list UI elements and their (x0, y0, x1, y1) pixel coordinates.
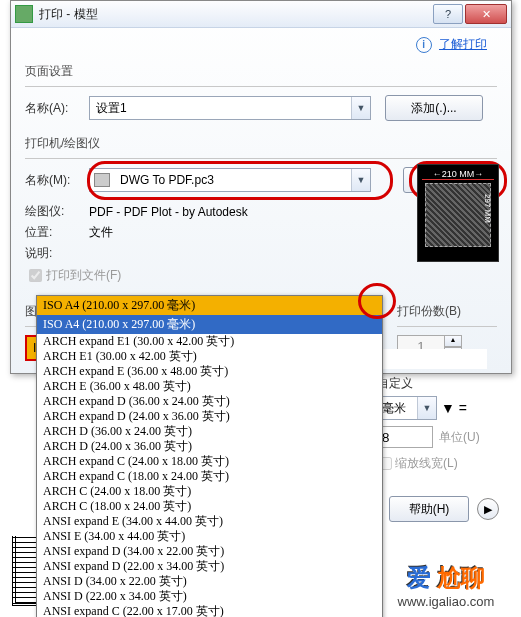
chevron-down-icon[interactable]: ▼ (351, 169, 370, 191)
paper-size-option[interactable]: ARCH D (36.00 x 24.00 英寸) (37, 424, 382, 439)
paper-size-dropdown[interactable]: ISO A4 (210.00 x 297.00 毫米)ISO A4 (210.0… (36, 295, 383, 617)
chevron-down-icon[interactable]: ▼ (351, 97, 370, 119)
learn-print-link[interactable]: 了解打印 (439, 37, 487, 51)
titlebar[interactable]: 打印 - 模型 ? ✕ (11, 1, 511, 28)
paper-size-option[interactable]: ANSI D (22.00 x 34.00 英寸) (37, 589, 382, 604)
paper-size-option[interactable]: ARCH expand D (24.00 x 36.00 英寸) (37, 409, 382, 424)
paper-size-option[interactable]: ANSI D (34.00 x 22.00 英寸) (37, 574, 382, 589)
printer-name-label: 名称(M): (25, 172, 89, 189)
paper-size-option[interactable]: ARCH expand E1 (30.00 x 42.00 英寸) (37, 334, 382, 349)
description-label: 说明: (25, 245, 89, 262)
paper-size-option[interactable]: ARCH expand D (36.00 x 24.00 英寸) (37, 394, 382, 409)
paper-size-option[interactable]: ARCH expand C (18.00 x 24.00 英寸) (37, 469, 382, 484)
paper-size-option[interactable]: ARCH C (24.00 x 18.00 英寸) (37, 484, 382, 499)
expand-arrow-icon[interactable]: ▶ (477, 498, 499, 520)
partial-field (377, 349, 487, 369)
watermark-logo: 爱 尬聊 www.igaliao.com (371, 562, 521, 609)
scale-lineweight-label: 缩放线宽(L) (395, 455, 458, 472)
paper-size-option[interactable]: ARCH expand E (36.00 x 48.00 英寸) (37, 364, 382, 379)
printer-group-label: 打印机/绘图仪 (25, 135, 497, 152)
location-value: 文件 (89, 224, 113, 241)
paper-size-option[interactable]: ANSI expand D (22.00 x 34.00 英寸) (37, 559, 382, 574)
paper-preview: ←210 MM→ 297 MM (417, 164, 499, 262)
equals-icon: ▼ = (441, 400, 467, 416)
paper-size-option[interactable]: ARCH D (24.00 x 36.00 英寸) (37, 439, 382, 454)
printer-select[interactable]: DWG To PDF.pc3 ▼ (89, 168, 371, 192)
paper-size-option[interactable]: ANSI E (34.00 x 44.00 英寸) (37, 529, 382, 544)
help-button[interactable]: ? (433, 4, 463, 24)
name-label: 名称(A): (25, 100, 89, 117)
system-icon (15, 5, 33, 23)
scale-input[interactable] (375, 426, 433, 448)
help-button-bottom[interactable]: 帮助(H) (389, 496, 469, 522)
plotter-value: PDF - PDF Plot - by Autodesk (89, 205, 248, 219)
page-setup-select[interactable]: 设置1 ▼ (89, 96, 371, 120)
unit-after-label: 单位(U) (439, 429, 480, 446)
chevron-down-icon[interactable]: ▼ (417, 397, 436, 419)
copies-label: 打印份数(B) (397, 303, 497, 320)
print-to-file-label: 打印到文件(F) (46, 267, 121, 284)
paper-size-option[interactable]: ISO A4 (210.00 x 297.00 毫米) (37, 315, 382, 334)
close-button[interactable]: ✕ (465, 4, 507, 24)
paper-size-option[interactable]: ANSI expand D (34.00 x 22.00 英寸) (37, 544, 382, 559)
paper-size-option[interactable]: ANSI expand C (22.00 x 17.00 英寸) (37, 604, 382, 617)
paper-size-option[interactable]: ARCH expand C (24.00 x 18.00 英寸) (37, 454, 382, 469)
dialog-title: 打印 - 模型 (39, 6, 433, 23)
paper-size-option[interactable]: ARCH E (36.00 x 48.00 英寸) (37, 379, 382, 394)
info-icon: i (416, 37, 432, 53)
location-label: 位置: (25, 224, 89, 241)
unit-select[interactable]: 毫米 ▼ (375, 396, 437, 420)
add-button[interactable]: 添加(.)... (385, 95, 483, 121)
paper-size-option[interactable]: ISO A4 (210.00 x 297.00 毫米) (37, 296, 382, 315)
paper-size-option[interactable]: ARCH C (18.00 x 24.00 英寸) (37, 499, 382, 514)
paper-size-option[interactable]: ANSI expand E (34.00 x 44.00 英寸) (37, 514, 382, 529)
spin-up-icon[interactable]: ▲ (444, 335, 462, 347)
printer-icon (94, 173, 110, 187)
page-setup-label: 页面设置 (25, 63, 497, 80)
plotter-label: 绘图仪: (25, 203, 89, 220)
paper-size-option[interactable]: ARCH E1 (30.00 x 42.00 英寸) (37, 349, 382, 364)
print-to-file-checkbox (29, 269, 42, 282)
